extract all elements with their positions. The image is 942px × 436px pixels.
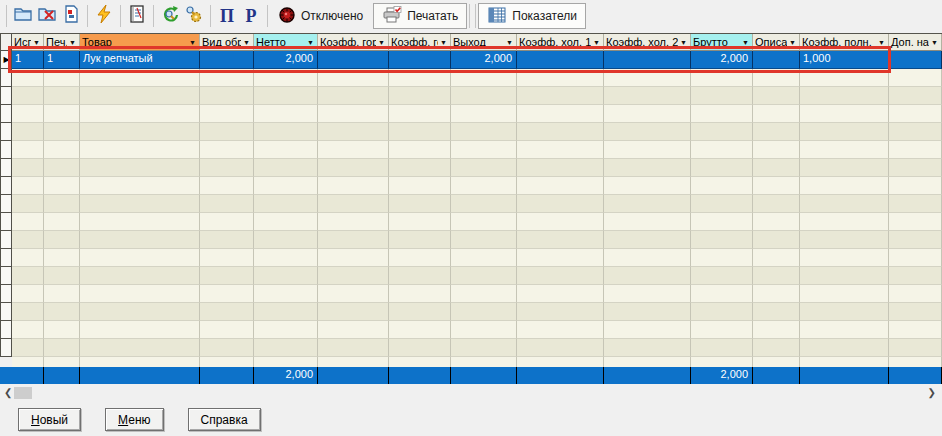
grid-row[interactable] <box>0 303 942 321</box>
cell-netto[interactable] <box>254 87 318 105</box>
cell-vid_obr[interactable] <box>200 105 254 123</box>
cell-brutto[interactable] <box>691 303 753 321</box>
cell-opisa[interactable] <box>753 303 800 321</box>
cell-koeff_gor2[interactable] <box>389 177 451 195</box>
journal-button[interactable] <box>125 4 149 28</box>
filter-dropdown-icon[interactable]: ▼ <box>33 39 40 46</box>
grid-row[interactable] <box>0 249 942 267</box>
cell-koeff_hol2[interactable] <box>604 213 691 231</box>
cell-vid_obr[interactable] <box>200 249 254 267</box>
cell-opisa[interactable] <box>753 321 800 339</box>
cell-koeff_poln[interactable] <box>800 303 889 321</box>
cell-tovar[interactable] <box>80 303 200 321</box>
indicators-button[interactable]: Показатели <box>478 3 586 29</box>
cell-dop_nai[interactable] <box>889 177 942 195</box>
cell-dop_nai[interactable] <box>889 231 942 249</box>
cell-netto[interactable] <box>254 159 318 177</box>
grid-row[interactable] <box>0 285 942 303</box>
cell-opisa[interactable] <box>753 105 800 123</box>
cell-dop_nai[interactable] <box>889 87 942 105</box>
cell-vid_obr[interactable] <box>200 69 254 87</box>
cell-pech[interactable] <box>44 159 80 177</box>
cell-opisa[interactable] <box>753 177 800 195</box>
cell-tovar[interactable] <box>80 195 200 213</box>
cell-netto[interactable]: 2,000 <box>254 51 318 69</box>
cell-koeff_gor2[interactable] <box>389 303 451 321</box>
menu-button[interactable]: Меню <box>105 408 163 431</box>
column-header-koeff_hol1[interactable]: Коэфф. хол. 1▼ <box>517 34 604 51</box>
cell-koeff_hol2[interactable] <box>604 321 691 339</box>
cell-vid_obr[interactable] <box>200 177 254 195</box>
column-header-ispo[interactable]: Испо▼ <box>12 34 44 51</box>
cell-vyhod[interactable] <box>451 249 517 267</box>
cell-vyhod[interactable] <box>451 339 517 357</box>
cell-netto[interactable] <box>254 123 318 141</box>
cell-vyhod[interactable] <box>451 177 517 195</box>
cell-brutto[interactable] <box>691 105 753 123</box>
cell-dop_nai[interactable] <box>889 249 942 267</box>
cell-koeff_gor2[interactable] <box>389 195 451 213</box>
cell-vyhod[interactable]: 2,000 <box>451 51 517 69</box>
cell-vyhod[interactable] <box>451 159 517 177</box>
cell-vid_obr[interactable] <box>200 339 254 357</box>
column-header-tovar[interactable]: Товар▼ <box>80 34 200 51</box>
cell-brutto[interactable] <box>691 285 753 303</box>
cell-koeff_hol2[interactable] <box>604 177 691 195</box>
cell-netto[interactable] <box>254 321 318 339</box>
filter-dropdown-icon[interactable]: ▼ <box>680 39 687 46</box>
cell-netto[interactable] <box>254 231 318 249</box>
cell-ispo[interactable] <box>12 231 44 249</box>
cell-vyhod[interactable] <box>451 69 517 87</box>
cell-pech[interactable] <box>44 231 80 249</box>
cell-tovar[interactable] <box>80 267 200 285</box>
selected-row[interactable]: ▶11Лук репчатый2,0002,0002,0001,000 <box>0 51 942 69</box>
filter-dropdown-icon[interactable]: ▼ <box>378 39 385 46</box>
cell-koeff_gor1[interactable] <box>318 231 389 249</box>
cell-koeff_gor2[interactable] <box>389 249 451 267</box>
cell-koeff_hol2[interactable] <box>604 69 691 87</box>
cell-koeff_hol2[interactable] <box>604 339 691 357</box>
filter-dropdown-icon[interactable]: ▼ <box>593 39 600 46</box>
cell-vyhod[interactable] <box>451 123 517 141</box>
cell-koeff_hol1[interactable] <box>517 177 604 195</box>
cell-koeff_poln[interactable] <box>800 321 889 339</box>
cell-pech[interactable] <box>44 69 80 87</box>
cell-koeff_poln[interactable] <box>800 267 889 285</box>
cell-koeff_gor1[interactable] <box>318 87 389 105</box>
cell-vyhod[interactable] <box>451 285 517 303</box>
cell-koeff_gor2[interactable] <box>389 285 451 303</box>
cell-koeff_hol2[interactable] <box>604 159 691 177</box>
cell-ispo[interactable] <box>12 69 44 87</box>
cell-pech[interactable] <box>44 285 80 303</box>
cell-koeff_poln[interactable] <box>800 285 889 303</box>
filter-dropdown-icon[interactable]: ▼ <box>189 39 196 46</box>
cell-ispo[interactable] <box>12 213 44 231</box>
cell-brutto[interactable] <box>691 69 753 87</box>
cell-tovar[interactable] <box>80 249 200 267</box>
cell-netto[interactable] <box>254 249 318 267</box>
cell-koeff_gor2[interactable] <box>389 339 451 357</box>
cell-koeff_gor1[interactable] <box>318 321 389 339</box>
cell-vid_obr[interactable] <box>200 159 254 177</box>
cell-ispo[interactable] <box>12 249 44 267</box>
cell-opisa[interactable] <box>753 51 800 69</box>
cell-tovar[interactable] <box>80 285 200 303</box>
cell-ispo[interactable] <box>12 195 44 213</box>
cell-koeff_gor1[interactable] <box>318 195 389 213</box>
cell-dop_nai[interactable] <box>889 213 942 231</box>
column-header-koeff_hol2[interactable]: Коэфф. хол. 2▼ <box>604 34 691 51</box>
cell-pech[interactable] <box>44 321 80 339</box>
cell-tovar[interactable] <box>80 321 200 339</box>
cell-koeff_poln[interactable] <box>800 195 889 213</box>
cell-koeff_poln[interactable] <box>800 69 889 87</box>
grid-row[interactable] <box>0 105 942 123</box>
cell-vid_obr[interactable] <box>200 213 254 231</box>
cell-vid_obr[interactable] <box>200 267 254 285</box>
cell-ispo[interactable] <box>12 141 44 159</box>
cell-koeff_hol1[interactable] <box>517 87 604 105</box>
cell-koeff_hol1[interactable] <box>517 123 604 141</box>
cell-opisa[interactable] <box>753 231 800 249</box>
cell-koeff_hol2[interactable] <box>604 51 691 69</box>
column-header-vid_obr[interactable]: Вид обр▼ <box>200 34 254 51</box>
cell-tovar[interactable]: Лук репчатый <box>80 51 200 69</box>
